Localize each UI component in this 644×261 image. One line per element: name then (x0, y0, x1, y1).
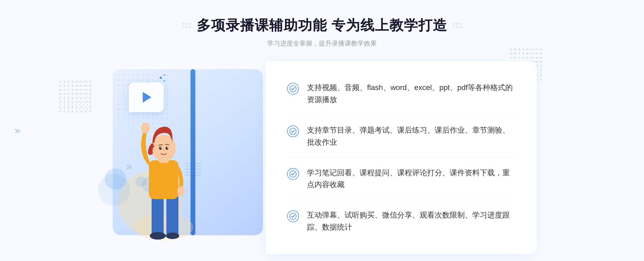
feature-text-3: 学习笔记回看、课程提问、课程评论打分、课件资料下载，重点内容收藏 (307, 167, 515, 191)
svg-point-10 (166, 233, 179, 239)
subtitle: 学习进度全掌握，提升录播课教学效果 (182, 39, 462, 48)
check-circle-1 (287, 83, 299, 95)
deco-circle-outer-2 (98, 174, 130, 206)
feature-icon-1 (287, 83, 299, 95)
feature-text-4: 互动弹幕、试听购买、微信分享、观看次数限制、学习进度跟踪、数据统计 (307, 209, 515, 233)
main-title: 多项录播课辅助功能 专为线上教学打造 (197, 16, 447, 35)
feature-item-3: 学习笔记回看、课程提问、课程评论打分、课件资料下载，重点内容收藏 (287, 162, 515, 196)
person-illustration (129, 101, 199, 241)
left-arrows-decoration: » (15, 125, 20, 136)
header-dots-right (453, 23, 462, 28)
check-circle-3 (287, 168, 299, 180)
svg-point-17 (166, 147, 168, 150)
svg-point-13 (177, 186, 185, 196)
feature-item-4: 互动弹幕、试听购买、微信分享、观看次数限制、学习进度跟踪、数据统计 (287, 204, 515, 239)
feature-item-1: 支持视频、音频、flash、word、excel、ppt、pdf等各种格式的资源… (287, 76, 515, 111)
svg-rect-1 (59, 80, 91, 113)
feature-text-2: 支持章节目录、弹题考试、课后练习、课后作业、章节测验、批改作业 (307, 124, 515, 148)
svg-rect-7 (152, 195, 164, 235)
divider-1 (287, 115, 515, 115)
page-container: » 多项录播课辅助功能 专为线上教学打造 学习进度全掌握，提升录播课教学效果 (0, 0, 644, 261)
svg-point-20 (290, 85, 296, 92)
feature-icon-2 (287, 125, 299, 137)
features-panel: 支持视频、音频、flash、word、excel、ppt、pdf等各种格式的资源… (266, 61, 537, 254)
play-triangle-icon (143, 92, 151, 103)
sparkle-dot-3 (164, 74, 165, 76)
check-circle-4 (287, 210, 299, 222)
svg-rect-8 (166, 195, 178, 235)
svg-point-23 (290, 213, 296, 219)
svg-point-9 (150, 232, 166, 240)
svg-point-21 (290, 128, 296, 135)
feature-icon-4 (287, 210, 299, 222)
header-section: 多项录播课辅助功能 专为线上教学打造 学习进度全掌握，提升录播课教学效果 (182, 16, 462, 48)
feature-text-1: 支持视频、音频、flash、word、excel、ppt、pdf等各种格式的资源… (307, 82, 515, 106)
divider-3 (287, 200, 515, 200)
illustration-panel: » (107, 61, 268, 243)
header-decorators: 多项录播课辅助功能 专为线上教学打造 (182, 16, 462, 35)
svg-point-22 (290, 171, 296, 177)
svg-point-18 (160, 147, 162, 148)
svg-point-19 (167, 147, 168, 148)
divider-2 (287, 157, 515, 158)
content-area: » (107, 61, 537, 254)
header-dots-left (182, 23, 191, 28)
sparkle-dot-2 (164, 80, 165, 82)
sparkle-dot-1 (160, 77, 162, 79)
dot-pattern-left (59, 80, 91, 113)
svg-point-16 (159, 147, 162, 150)
feature-item-2: 支持章节目录、弹题考试、课后练习、课后作业、章节测验、批改作业 (287, 119, 515, 154)
feature-icon-3 (287, 168, 299, 180)
svg-point-12 (141, 123, 150, 133)
svg-rect-11 (149, 160, 178, 199)
check-circle-2 (287, 125, 299, 137)
